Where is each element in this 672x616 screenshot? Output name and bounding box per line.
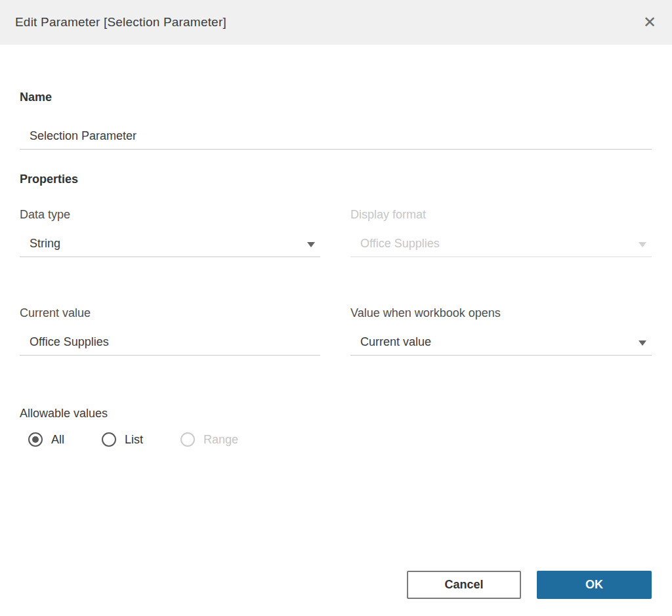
allowable-values-radio-group: All List Range	[28, 432, 238, 447]
data-type-value: String	[20, 237, 60, 257]
chevron-down-icon	[307, 242, 315, 247]
properties-heading: Properties	[20, 173, 78, 186]
display-format-value: Office Supplies	[350, 237, 440, 257]
radio-list[interactable]: List	[102, 432, 143, 447]
radio-unselected-icon	[102, 432, 116, 447]
name-label: Name	[20, 91, 52, 104]
radio-range: Range	[180, 432, 238, 447]
dialog-title: Edit Parameter [Selection Parameter]	[0, 15, 226, 30]
chevron-down-icon	[639, 242, 646, 247]
current-value-input[interactable]	[20, 335, 320, 355]
chevron-down-icon	[639, 340, 646, 346]
value-when-workbook-opens-label: Value when workbook opens	[350, 306, 501, 320]
radio-selected-icon	[28, 432, 43, 447]
cancel-button[interactable]: Cancel	[407, 571, 521, 599]
current-value-label: Current value	[20, 306, 91, 320]
display-format-dropdown: Office Supplies	[350, 230, 652, 257]
data-type-dropdown[interactable]: String	[20, 230, 320, 257]
edit-parameter-dialog: Edit Parameter [Selection Parameter] ✕ N…	[0, 0, 672, 616]
radio-range-label: Range	[203, 433, 238, 447]
value-when-workbook-opens-value: Current value	[350, 335, 431, 355]
name-input[interactable]	[20, 129, 652, 149]
allowable-values-label: Allowable values	[20, 407, 108, 421]
radio-all[interactable]: All	[28, 432, 64, 447]
ok-button[interactable]: OK	[537, 571, 652, 599]
radio-all-label: All	[51, 433, 64, 447]
close-icon[interactable]: ✕	[637, 9, 663, 35]
current-value-field-wrap	[20, 328, 320, 356]
data-type-label: Data type	[20, 208, 70, 222]
name-field-wrap	[20, 122, 652, 150]
display-format-label: Display format	[350, 208, 426, 222]
dialog-header: Edit Parameter [Selection Parameter] ✕	[0, 0, 672, 45]
radio-disabled-icon	[180, 432, 195, 447]
value-when-workbook-opens-dropdown[interactable]: Current value	[350, 328, 652, 356]
radio-list-label: List	[125, 433, 143, 447]
